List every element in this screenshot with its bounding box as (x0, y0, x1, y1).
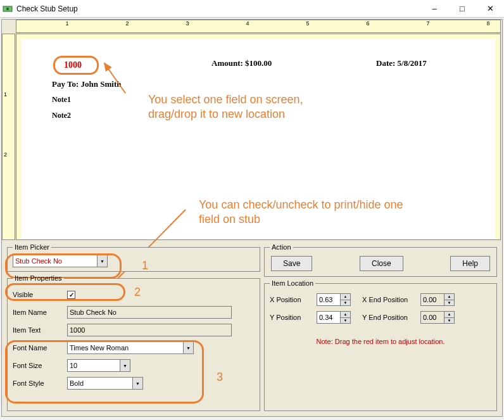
close-button[interactable]: ✕ (476, 0, 504, 17)
stub-check-no-field[interactable]: 1000 (53, 56, 99, 75)
item-text-value: 1000 (70, 326, 85, 334)
x-end-position-spinner[interactable]: 0.00 ▲▼ (420, 293, 455, 306)
chevron-down-icon[interactable] (132, 378, 142, 389)
x-end-position-value: 0.00 (423, 296, 436, 303)
stub-note1-field[interactable]: Note1 (52, 95, 71, 105)
annotation-number-1: 1 (142, 259, 148, 272)
annotation-number-3: 3 (217, 371, 223, 384)
titlebar: Check Stub Setup – □ ✕ (0, 0, 504, 18)
svg-point-1 (6, 7, 9, 10)
item-name-label: Item Name (13, 309, 65, 316)
font-style-dropdown[interactable]: Bold (67, 377, 143, 390)
spinner-up-icon[interactable]: ▲ (444, 294, 454, 300)
ruler-h-tick: 1 (64, 20, 70, 27)
action-legend: Action (270, 243, 293, 251)
app-client-area: 1 2 3 4 5 6 7 8 1 2 1000 Amount: $100.00… (1, 19, 503, 417)
y-position-label: Y Position (270, 314, 314, 321)
font-size-dropdown[interactable]: 10 (67, 359, 130, 372)
y-position-value: 0.34 (319, 314, 332, 321)
item-picker-dropdown[interactable]: Stub Check No (13, 255, 108, 267)
item-location-group: Item Location X Position 0.63 ▲▼ X End P… (264, 279, 497, 411)
stub-payto-field[interactable]: Pay To: John Smith (52, 79, 121, 89)
visible-checkbox[interactable] (67, 291, 75, 299)
spinner-up-icon[interactable]: ▲ (341, 312, 350, 318)
minimize-button[interactable]: – (420, 0, 448, 17)
spinner-down-icon[interactable]: ▼ (444, 318, 454, 324)
font-name-dropdown[interactable]: Times New Roman (67, 341, 194, 354)
save-button[interactable]: Save (271, 256, 312, 271)
ruler-h-tick: 5 (305, 20, 311, 27)
item-properties-legend: Item Properties (13, 274, 64, 282)
item-name-field: Stub Check No (67, 306, 232, 319)
spinner-down-icon[interactable]: ▼ (341, 318, 350, 324)
spinner-down-icon[interactable]: ▼ (444, 300, 454, 306)
design-canvas[interactable]: 1000 Amount: $100.00 Date: 5/8/2017 Pay … (16, 34, 501, 240)
chevron-down-icon[interactable] (97, 255, 107, 267)
font-name-value: Times New Roman (70, 344, 129, 352)
annotation-text-1: You select one field on screen,drag/drop… (148, 92, 303, 121)
ruler-v-tick: 2 (4, 151, 7, 158)
vertical-ruler: 1 2 (2, 34, 15, 240)
y-end-position-spinner[interactable]: 0.00 ▲▼ (420, 311, 455, 324)
ruler-v-tick: 1 (4, 91, 7, 98)
stub-amount-field[interactable]: Amount: $100.00 (211, 58, 272, 68)
visible-label: Visible (13, 291, 65, 298)
help-button[interactable]: Help (450, 256, 490, 271)
x-end-position-label: X End Position (362, 296, 418, 303)
check-stub-preview[interactable]: 1000 Amount: $100.00 Date: 5/8/2017 Pay … (22, 39, 495, 239)
ruler-h-tick: 8 (485, 20, 491, 27)
annotation-text-2: You can check/uncheck to print/hide onef… (199, 198, 403, 226)
stub-date-field[interactable]: Date: 5/8/2017 (376, 58, 427, 68)
annotation-number-2: 2 (134, 286, 141, 299)
horizontal-ruler: 1 2 3 4 5 6 7 8 (16, 20, 501, 33)
font-style-label: Font Style (13, 379, 65, 387)
stub-note2-field[interactable]: Note2 (52, 111, 71, 120)
item-picker-legend: Item Picker (13, 243, 51, 251)
app-icon (3, 4, 13, 14)
spinner-down-icon[interactable]: ▼ (341, 300, 350, 306)
location-note: Note: Drag the red item to adjust locati… (270, 326, 491, 345)
item-picker-value: Stub Check No (15, 257, 62, 265)
item-properties-group: Item Properties Visible 2 Item Name Stub… (7, 274, 260, 411)
y-position-spinner[interactable]: 0.34 ▲▼ (317, 311, 351, 324)
y-end-position-label: Y End Position (362, 314, 418, 321)
ruler-h-tick: 2 (124, 20, 130, 27)
font-name-label: Font Name (13, 344, 65, 352)
item-picker-group: Item Picker Stub Check No 1 (7, 243, 260, 272)
properties-panel: Item Picker Stub Check No 1 Item Propert… (2, 240, 502, 416)
font-size-value: 10 (70, 362, 77, 369)
ruler-h-tick: 4 (244, 20, 251, 27)
close-action-button[interactable]: Close (360, 256, 403, 271)
ruler-h-tick: 7 (425, 20, 431, 27)
item-text-field: 1000 (67, 324, 232, 336)
x-position-value: 0.63 (319, 296, 332, 303)
font-style-value: Bold (70, 379, 84, 387)
item-location-legend: Item Location (270, 279, 315, 287)
action-group: Action Save Close Help (264, 243, 497, 277)
font-size-label: Font Size (13, 362, 65, 369)
spinner-up-icon[interactable]: ▲ (341, 294, 350, 300)
x-position-spinner[interactable]: 0.63 ▲▼ (317, 293, 351, 306)
ruler-h-tick: 6 (365, 20, 371, 27)
item-name-value: Stub Check No (70, 309, 117, 316)
window-title: Check Stub Setup (16, 4, 420, 13)
x-position-label: X Position (270, 296, 314, 303)
chevron-down-icon[interactable] (183, 342, 193, 353)
ruler-h-tick: 3 (184, 20, 191, 27)
chevron-down-icon[interactable] (120, 360, 130, 371)
item-text-label: Item Text (13, 326, 65, 334)
spinner-up-icon[interactable]: ▲ (444, 312, 454, 318)
maximize-button[interactable]: □ (448, 0, 476, 17)
y-end-position-value: 0.00 (423, 314, 436, 321)
